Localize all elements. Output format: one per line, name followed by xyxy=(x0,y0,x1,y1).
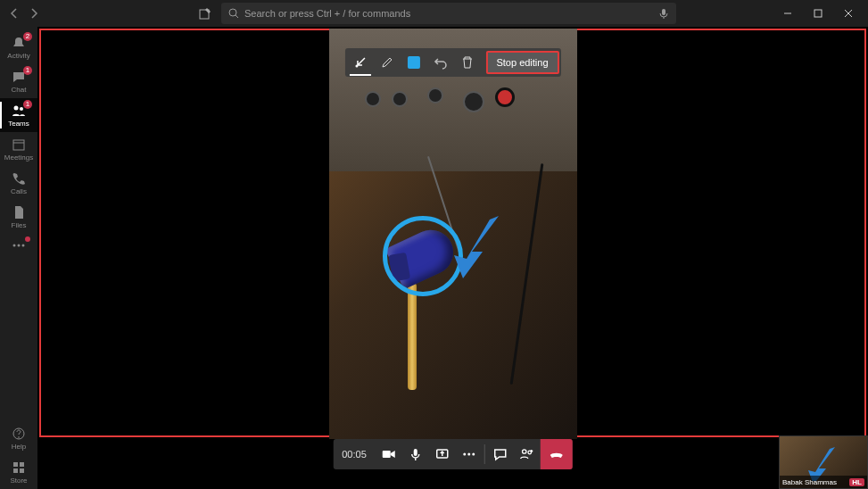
color-picker[interactable] xyxy=(400,49,426,76)
thumbnail-initials: HL xyxy=(849,478,864,486)
svg-point-21 xyxy=(467,453,470,456)
rail-chat[interactable]: 1 Chat xyxy=(0,64,37,98)
svg-rect-15 xyxy=(20,468,24,473)
notification-dot xyxy=(25,236,30,242)
rail-help[interactable]: Help xyxy=(0,421,37,455)
call-controls: 00:05 xyxy=(333,439,573,469)
rail-label: Chat xyxy=(12,86,27,94)
svg-point-8 xyxy=(18,244,21,247)
rail-calls[interactable]: Calls xyxy=(0,166,37,200)
search-placeholder: Search or press Ctrl + / for commands xyxy=(244,8,410,19)
store-icon xyxy=(12,460,26,475)
self-video-thumbnail[interactable]: Babak Shammas HL xyxy=(779,435,868,489)
close-button[interactable] xyxy=(839,4,857,22)
svg-point-1 xyxy=(229,9,236,16)
search-icon xyxy=(228,8,239,19)
rail-label: Teams xyxy=(8,120,29,128)
svg-rect-2 xyxy=(662,9,665,15)
svg-rect-12 xyxy=(13,462,18,467)
annotation-toolbar: Stop editing xyxy=(344,48,560,77)
svg-rect-14 xyxy=(13,468,18,473)
delete-button[interactable] xyxy=(453,49,480,76)
shared-video xyxy=(329,29,577,439)
rail-badge: 1 xyxy=(23,66,32,75)
arrow-tool[interactable] xyxy=(346,49,373,76)
svg-point-23 xyxy=(523,450,526,453)
new-message-button[interactable] xyxy=(196,4,214,22)
rail-badge: 1 xyxy=(23,100,32,109)
undo-button[interactable] xyxy=(426,49,453,76)
svg-rect-17 xyxy=(383,451,391,458)
svg-rect-3 xyxy=(814,10,822,17)
svg-point-22 xyxy=(472,453,475,456)
search-input[interactable]: Search or press Ctrl + / for commands xyxy=(221,3,676,24)
app-rail: 2 Activity 1 Chat 1 Teams Meetings Calls… xyxy=(0,27,37,489)
rail-files[interactable]: Files xyxy=(0,200,37,234)
file-icon xyxy=(12,205,26,220)
rail-label: Calls xyxy=(11,187,27,195)
history-nav xyxy=(5,4,43,22)
maximize-button[interactable] xyxy=(809,4,827,22)
meeting-stage: Stop editing 00:05 Babak Shammas HL xyxy=(37,27,868,489)
rail-label: Activity xyxy=(7,52,29,60)
svg-point-5 xyxy=(20,107,23,111)
brass-fitting xyxy=(408,283,417,390)
phone-icon xyxy=(12,171,26,186)
more-actions[interactable] xyxy=(456,439,483,469)
titlebar: Search or press Ctrl + / for commands xyxy=(0,0,868,27)
rail-label: Files xyxy=(12,221,27,229)
rail-activity[interactable]: 2 Activity xyxy=(0,30,37,64)
share-toggle[interactable] xyxy=(429,439,456,469)
thumbnail-name: Babak Shammas xyxy=(782,478,837,486)
rail-label: Help xyxy=(12,443,26,451)
rail-label: Meetings xyxy=(4,153,33,162)
separator xyxy=(484,444,485,464)
mic-toggle[interactable] xyxy=(402,439,429,469)
svg-point-11 xyxy=(18,436,20,438)
camera-toggle[interactable] xyxy=(376,439,402,469)
svg-point-16 xyxy=(355,65,358,68)
svg-point-20 xyxy=(463,453,466,456)
mic-icon[interactable] xyxy=(658,8,669,19)
svg-point-7 xyxy=(13,244,16,247)
rail-meetings[interactable]: Meetings xyxy=(0,132,37,166)
hangup-button[interactable] xyxy=(541,439,573,469)
minimize-button[interactable] xyxy=(779,4,797,22)
stop-editing-button[interactable]: Stop editing xyxy=(485,51,558,74)
rail-teams[interactable]: 1 Teams xyxy=(0,98,37,132)
rail-badge: 2 xyxy=(23,32,32,41)
call-timer: 00:05 xyxy=(333,449,376,460)
annotation-circle xyxy=(383,216,463,296)
ellipsis-icon xyxy=(12,238,26,253)
svg-rect-13 xyxy=(20,462,24,467)
pen-tool[interactable] xyxy=(373,49,400,76)
window-controls xyxy=(779,4,863,22)
chat-toggle[interactable] xyxy=(487,439,514,469)
rail-more[interactable] xyxy=(0,234,37,257)
participants-toggle[interactable] xyxy=(514,439,541,469)
rail-label: Store xyxy=(10,477,27,485)
annotation-arrow xyxy=(454,216,508,282)
svg-rect-18 xyxy=(414,449,417,456)
color-swatch xyxy=(407,56,419,69)
calendar-icon xyxy=(12,137,26,152)
svg-rect-6 xyxy=(13,140,24,150)
rail-store[interactable]: Store xyxy=(0,455,37,489)
forward-button[interactable] xyxy=(25,4,43,22)
help-icon xyxy=(12,427,26,441)
back-button[interactable] xyxy=(5,4,23,22)
thumbnail-overlay: Babak Shammas HL xyxy=(780,476,867,488)
stop-editing-label: Stop editing xyxy=(496,57,548,68)
svg-point-4 xyxy=(14,105,19,110)
svg-point-9 xyxy=(22,244,25,247)
